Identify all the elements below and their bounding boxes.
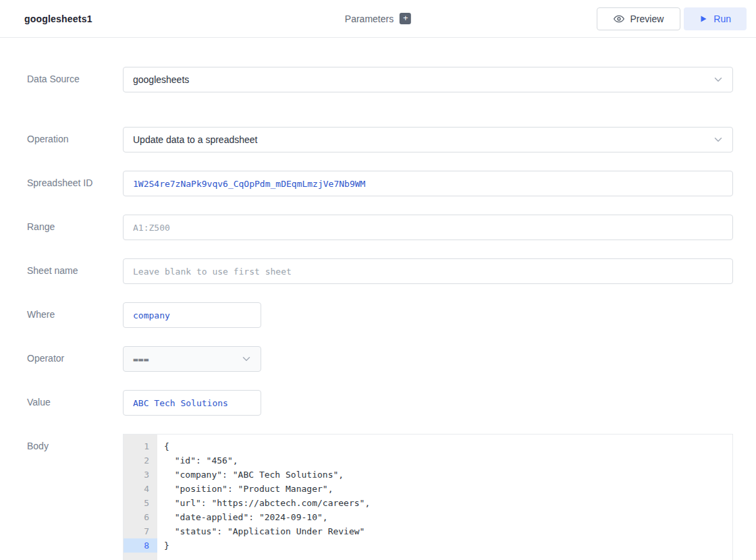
operator-select[interactable]: === xyxy=(123,346,261,372)
code-gutter: 12345678 xyxy=(124,435,157,560)
chevron-down-icon xyxy=(712,134,724,146)
play-icon xyxy=(699,15,707,23)
sheet-name-input[interactable] xyxy=(123,258,733,284)
range-input[interactable] xyxy=(123,215,733,240)
line-number: 5 xyxy=(124,496,157,510)
field-label: Spreadsheet ID xyxy=(27,171,123,196)
parameters-form: Data Source googlesheets Operation Updat… xyxy=(0,38,756,560)
code-line[interactable]: "date-applied": "2024-09-10", xyxy=(164,510,732,524)
operation-select[interactable]: Update data to a spreadsheet xyxy=(123,127,733,152)
parameters-section: Parameters + xyxy=(345,13,411,24)
preview-button-label: Preview xyxy=(630,13,664,24)
operator-select-value: === xyxy=(133,354,148,364)
field-label: Data Source xyxy=(27,67,123,92)
run-button[interactable]: Run xyxy=(684,7,747,30)
field-operation: Operation Update data to a spreadsheet xyxy=(27,127,733,152)
line-number: 6 xyxy=(124,510,157,524)
where-input[interactable] xyxy=(123,302,261,328)
parameters-label: Parameters xyxy=(345,13,394,24)
data-source-select-value: googlesheets xyxy=(133,74,189,85)
field-sheet-name: Sheet name xyxy=(27,258,733,284)
field-body: Body 12345678 { "id": "456", "company": … xyxy=(27,434,733,560)
operation-select-value: Update data to a spreadsheet xyxy=(133,134,257,145)
code-line[interactable]: "status": "Application Under Review" xyxy=(164,524,732,538)
preview-button[interactable]: Preview xyxy=(597,7,681,30)
field-value: Value xyxy=(27,390,733,416)
field-label: Operator xyxy=(27,346,123,372)
line-number: 2 xyxy=(124,453,157,468)
add-parameter-button[interactable]: + xyxy=(400,13,411,24)
code-line[interactable]: { xyxy=(164,439,732,453)
field-range: Range xyxy=(27,215,733,240)
step-header: googlesheets1 Parameters + Preview Run xyxy=(0,0,756,38)
step-title: googlesheets1 xyxy=(24,13,92,24)
code-line[interactable]: "position": "Product Manager", xyxy=(164,482,732,496)
data-source-select[interactable]: googlesheets xyxy=(123,67,733,92)
line-number: 4 xyxy=(124,482,157,496)
code-line[interactable]: "id": "456", xyxy=(164,453,732,468)
chevron-down-icon xyxy=(240,353,252,365)
field-label: Range xyxy=(27,215,123,240)
field-label: Body xyxy=(27,434,123,560)
field-label: Operation xyxy=(27,127,123,152)
spreadsheet-id-input[interactable] xyxy=(123,171,733,196)
code-line[interactable]: "company": "ABC Tech Solutions", xyxy=(164,468,732,482)
eye-icon xyxy=(614,13,624,24)
chevron-down-icon xyxy=(712,74,724,86)
field-data-source: Data Source googlesheets xyxy=(27,67,733,92)
line-number: 1 xyxy=(124,439,157,453)
value-input[interactable] xyxy=(123,390,261,416)
field-operator: Operator === xyxy=(27,346,733,372)
header-actions: Preview Run xyxy=(597,7,747,30)
line-number: 3 xyxy=(124,468,157,482)
line-number: 7 xyxy=(124,524,157,538)
field-label: Sheet name xyxy=(27,258,123,284)
code-lines[interactable]: { "id": "456", "company": "ABC Tech Solu… xyxy=(157,435,732,560)
field-spreadsheet-id: Spreadsheet ID xyxy=(27,171,733,196)
body-code-editor[interactable]: 12345678 { "id": "456", "company": "ABC … xyxy=(123,434,733,560)
field-label: Value xyxy=(27,390,123,416)
field-where: Where xyxy=(27,302,733,328)
line-number: 8 xyxy=(124,538,157,553)
field-label: Where xyxy=(27,302,123,328)
run-button-label: Run xyxy=(713,13,731,24)
code-line[interactable]: "url": "https://abctech.com/careers", xyxy=(164,496,732,510)
code-line[interactable]: } xyxy=(164,538,732,553)
